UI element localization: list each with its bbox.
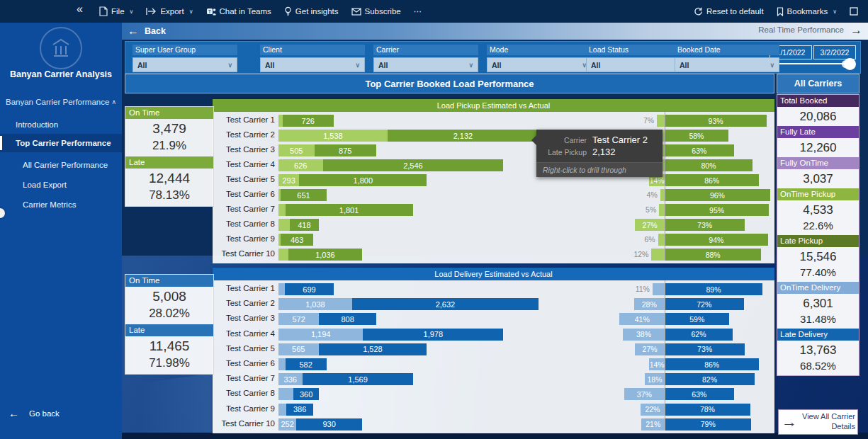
percent-bar-left[interactable] xyxy=(651,249,665,261)
estimated-segment[interactable]: 336 xyxy=(278,373,303,385)
go-back-button[interactable]: ← Go back xyxy=(9,407,60,419)
estimated-segment[interactable]: 1,538 xyxy=(278,130,388,142)
actual-segment[interactable]: 360 xyxy=(293,388,319,400)
nav-group-header[interactable]: Banyan Carrier Performance ∧ xyxy=(6,98,116,106)
actual-segment[interactable]: 463 xyxy=(281,234,313,246)
percent-bar-left[interactable]: 14% xyxy=(649,358,665,370)
actual-segment[interactable]: 699 xyxy=(285,283,334,295)
filter-dropdown[interactable]: All∨ xyxy=(487,57,592,72)
actual-segment[interactable]: 582 xyxy=(286,358,327,370)
actual-segment[interactable]: 726 xyxy=(283,115,334,127)
percent-bar-left[interactable] xyxy=(658,234,665,246)
actual-segment[interactable]: 875 xyxy=(315,144,377,156)
percent-bar-right[interactable]: 73% xyxy=(665,219,745,231)
estimated-segment[interactable]: 1,038 xyxy=(278,298,352,310)
estimated-segment[interactable] xyxy=(278,219,290,231)
sidebar-item-introduction[interactable]: Introduction xyxy=(0,115,122,134)
percent-bar-left[interactable] xyxy=(659,204,665,216)
actual-segment[interactable]: 1,978 xyxy=(363,329,503,341)
percent-bar-right[interactable]: 63% xyxy=(665,144,734,156)
toolbar-item-subscribe[interactable]: Subscribe xyxy=(351,7,401,16)
next-page-arrow[interactable]: → xyxy=(850,23,862,38)
estimated-segment[interactable]: 626 xyxy=(278,159,323,171)
date-range-slider[interactable] xyxy=(773,63,855,64)
filter-dropdown[interactable]: All∨ xyxy=(675,57,779,72)
percent-bar-left[interactable]: 22% xyxy=(641,404,665,416)
actual-segment[interactable]: 2,632 xyxy=(352,298,539,310)
percent-bar-right[interactable]: 73% xyxy=(665,343,745,355)
estimated-segment[interactable] xyxy=(278,358,286,370)
percent-bar-right[interactable]: 86% xyxy=(665,358,759,370)
sidebar-item-top-carrier-performance[interactable]: Top Carrier Performance xyxy=(0,134,122,152)
toolbar-item--[interactable]: ⋯ xyxy=(414,6,422,16)
actual-segment[interactable]: 386 xyxy=(286,404,314,416)
percent-bar-left[interactable]: 18% xyxy=(645,373,665,385)
percent-bar-right[interactable]: 89% xyxy=(665,283,762,295)
estimated-segment[interactable]: 252 xyxy=(278,418,296,431)
actual-segment[interactable]: 1,801 xyxy=(286,204,413,216)
date-range-slider-handle[interactable] xyxy=(844,58,856,70)
percent-bar-right[interactable]: 72% xyxy=(665,298,744,310)
actual-segment[interactable]: 930 xyxy=(296,418,362,431)
percent-bar-right[interactable]: 58% xyxy=(665,130,728,142)
view-all-carrier-details-button[interactable]: → View All Carrier Details xyxy=(778,409,858,435)
filter-dropdown[interactable]: All∨ xyxy=(133,57,237,72)
collapse-sidebar-icon[interactable]: « xyxy=(77,3,83,16)
percent-bar-left[interactable]: 38% xyxy=(623,329,665,341)
percent-bar-right[interactable]: 79% xyxy=(665,418,751,431)
back-button[interactable]: ← Back xyxy=(128,25,166,37)
percent-bar-right[interactable]: 96% xyxy=(665,189,770,201)
estimated-segment[interactable]: 572 xyxy=(278,313,319,325)
estimated-segment[interactable]: 293 xyxy=(278,174,299,186)
toolbar-item-bookmarks[interactable]: Bookmarks∨ xyxy=(777,7,837,16)
percent-bar-right[interactable]: 94% xyxy=(665,234,768,246)
percent-bar-right[interactable]: 93% xyxy=(665,115,767,127)
toolbar-item-export[interactable]: Export∨ xyxy=(146,7,193,16)
filter-dropdown[interactable]: All∨ xyxy=(373,57,478,72)
estimated-segment[interactable]: 565 xyxy=(278,343,319,355)
percent-bar-left[interactable]: 27% xyxy=(635,219,665,231)
percent-bar-right[interactable]: 78% xyxy=(665,404,750,416)
percent-bar-right[interactable]: 82% xyxy=(665,373,755,385)
sidebar-item-all-carrier-performance[interactable]: All Carrier Performance xyxy=(0,156,122,174)
toolbar-item-chat-in-teams[interactable]: TChat in Teams xyxy=(206,7,271,16)
filter-dropdown[interactable]: All∨ xyxy=(260,57,365,72)
actual-segment[interactable]: 1,528 xyxy=(319,343,427,355)
actual-segment[interactable]: 808 xyxy=(319,313,376,325)
toolbar-item-reset-to-default[interactable]: Reset to default xyxy=(694,7,764,16)
actual-segment[interactable]: 1,036 xyxy=(288,249,362,261)
estimated-segment[interactable] xyxy=(278,283,285,295)
percent-bar-left[interactable]: 21% xyxy=(641,418,665,431)
percent-bar-right[interactable]: 88% xyxy=(665,249,761,261)
estimated-segment[interactable]: 1,194 xyxy=(278,329,363,341)
toolbar-item-get-insights[interactable]: Get insights xyxy=(284,6,339,16)
percent-bar-left[interactable]: 28% xyxy=(634,298,665,310)
actual-segment[interactable]: 2,132 xyxy=(388,130,539,142)
percent-bar-left[interactable]: 27% xyxy=(635,343,665,355)
actual-segment[interactable]: 1,800 xyxy=(299,174,427,186)
actual-segment[interactable]: 1,569 xyxy=(303,373,414,385)
sidebar-item-load-export[interactable]: Load Export xyxy=(0,176,122,194)
sidebar-item-carrier-metrics[interactable]: Carrier Metrics xyxy=(0,195,122,214)
percent-bar-left[interactable] xyxy=(653,283,665,295)
percent-bar-right[interactable]: 62% xyxy=(665,329,733,341)
percent-bar-right[interactable]: 86% xyxy=(665,174,759,186)
toolbar-item-file[interactable]: File∨ xyxy=(99,6,133,16)
percent-bar-right[interactable]: 80% xyxy=(665,159,753,171)
estimated-segment[interactable] xyxy=(278,204,286,216)
booked-date-end-input[interactable]: 3/2/2022 xyxy=(813,45,856,59)
estimated-segment[interactable] xyxy=(278,388,293,400)
estimated-segment[interactable]: 505 xyxy=(278,144,315,156)
actual-segment[interactable]: 418 xyxy=(290,219,320,231)
percent-bar-right[interactable]: 95% xyxy=(665,204,769,216)
percent-bar-right[interactable]: 59% xyxy=(665,313,729,325)
toolbar-item-view[interactable] xyxy=(850,7,858,16)
percent-bar-left[interactable] xyxy=(657,115,665,127)
actual-segment[interactable]: 2,546 xyxy=(323,159,504,171)
percent-bar-left[interactable]: 37% xyxy=(624,388,665,400)
estimated-segment[interactable] xyxy=(278,249,288,261)
percent-bar-right[interactable]: 63% xyxy=(665,388,734,400)
estimated-segment[interactable] xyxy=(278,404,286,416)
actual-segment[interactable]: 651 xyxy=(281,189,327,201)
percent-bar-left[interactable]: 41% xyxy=(619,313,665,325)
